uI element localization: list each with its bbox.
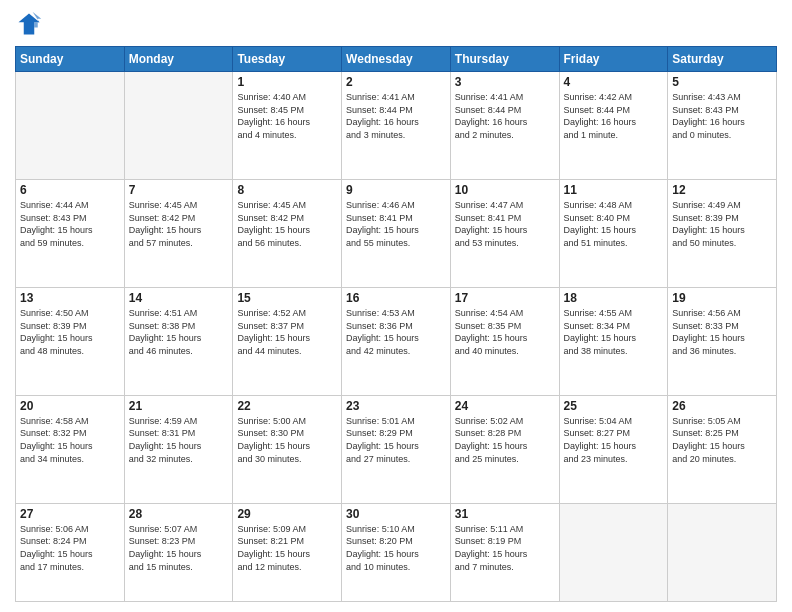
day-number: 5 bbox=[672, 75, 772, 89]
weekday-header-tuesday: Tuesday bbox=[233, 47, 342, 72]
calendar-cell: 18Sunrise: 4:55 AM Sunset: 8:34 PM Dayli… bbox=[559, 287, 668, 395]
weekday-header-row: SundayMondayTuesdayWednesdayThursdayFrid… bbox=[16, 47, 777, 72]
day-number: 27 bbox=[20, 507, 120, 521]
week-row-2: 6Sunrise: 4:44 AM Sunset: 8:43 PM Daylig… bbox=[16, 179, 777, 287]
weekday-header-wednesday: Wednesday bbox=[342, 47, 451, 72]
day-number: 21 bbox=[129, 399, 229, 413]
calendar-cell: 19Sunrise: 4:56 AM Sunset: 8:33 PM Dayli… bbox=[668, 287, 777, 395]
day-number: 13 bbox=[20, 291, 120, 305]
day-number: 10 bbox=[455, 183, 555, 197]
day-number: 4 bbox=[564, 75, 664, 89]
day-number: 7 bbox=[129, 183, 229, 197]
calendar-cell: 8Sunrise: 4:45 AM Sunset: 8:42 PM Daylig… bbox=[233, 179, 342, 287]
day-info: Sunrise: 4:48 AM Sunset: 8:40 PM Dayligh… bbox=[564, 199, 664, 249]
calendar-cell: 31Sunrise: 5:11 AM Sunset: 8:19 PM Dayli… bbox=[450, 503, 559, 601]
weekday-header-sunday: Sunday bbox=[16, 47, 125, 72]
logo-icon bbox=[15, 10, 43, 38]
calendar-cell: 1Sunrise: 4:40 AM Sunset: 8:45 PM Daylig… bbox=[233, 72, 342, 180]
calendar-cell: 3Sunrise: 4:41 AM Sunset: 8:44 PM Daylig… bbox=[450, 72, 559, 180]
day-number: 26 bbox=[672, 399, 772, 413]
logo bbox=[15, 10, 47, 38]
calendar-cell: 10Sunrise: 4:47 AM Sunset: 8:41 PM Dayli… bbox=[450, 179, 559, 287]
day-info: Sunrise: 4:44 AM Sunset: 8:43 PM Dayligh… bbox=[20, 199, 120, 249]
day-info: Sunrise: 4:43 AM Sunset: 8:43 PM Dayligh… bbox=[672, 91, 772, 141]
day-number: 25 bbox=[564, 399, 664, 413]
day-info: Sunrise: 4:59 AM Sunset: 8:31 PM Dayligh… bbox=[129, 415, 229, 465]
day-number: 1 bbox=[237, 75, 337, 89]
week-row-1: 1Sunrise: 4:40 AM Sunset: 8:45 PM Daylig… bbox=[16, 72, 777, 180]
day-info: Sunrise: 5:02 AM Sunset: 8:28 PM Dayligh… bbox=[455, 415, 555, 465]
day-info: Sunrise: 4:52 AM Sunset: 8:37 PM Dayligh… bbox=[237, 307, 337, 357]
week-row-3: 13Sunrise: 4:50 AM Sunset: 8:39 PM Dayli… bbox=[16, 287, 777, 395]
day-info: Sunrise: 5:07 AM Sunset: 8:23 PM Dayligh… bbox=[129, 523, 229, 573]
day-info: Sunrise: 4:49 AM Sunset: 8:39 PM Dayligh… bbox=[672, 199, 772, 249]
day-number: 12 bbox=[672, 183, 772, 197]
calendar-cell: 25Sunrise: 5:04 AM Sunset: 8:27 PM Dayli… bbox=[559, 395, 668, 503]
calendar-cell: 4Sunrise: 4:42 AM Sunset: 8:44 PM Daylig… bbox=[559, 72, 668, 180]
calendar-cell: 6Sunrise: 4:44 AM Sunset: 8:43 PM Daylig… bbox=[16, 179, 125, 287]
calendar-cell: 21Sunrise: 4:59 AM Sunset: 8:31 PM Dayli… bbox=[124, 395, 233, 503]
day-info: Sunrise: 4:58 AM Sunset: 8:32 PM Dayligh… bbox=[20, 415, 120, 465]
calendar-cell: 9Sunrise: 4:46 AM Sunset: 8:41 PM Daylig… bbox=[342, 179, 451, 287]
weekday-header-thursday: Thursday bbox=[450, 47, 559, 72]
day-info: Sunrise: 4:54 AM Sunset: 8:35 PM Dayligh… bbox=[455, 307, 555, 357]
calendar-cell: 27Sunrise: 5:06 AM Sunset: 8:24 PM Dayli… bbox=[16, 503, 125, 601]
day-info: Sunrise: 4:51 AM Sunset: 8:38 PM Dayligh… bbox=[129, 307, 229, 357]
day-info: Sunrise: 4:55 AM Sunset: 8:34 PM Dayligh… bbox=[564, 307, 664, 357]
day-info: Sunrise: 4:40 AM Sunset: 8:45 PM Dayligh… bbox=[237, 91, 337, 141]
day-number: 8 bbox=[237, 183, 337, 197]
header bbox=[15, 10, 777, 38]
week-row-4: 20Sunrise: 4:58 AM Sunset: 8:32 PM Dayli… bbox=[16, 395, 777, 503]
day-number: 18 bbox=[564, 291, 664, 305]
week-row-5: 27Sunrise: 5:06 AM Sunset: 8:24 PM Dayli… bbox=[16, 503, 777, 601]
day-number: 28 bbox=[129, 507, 229, 521]
calendar-cell: 12Sunrise: 4:49 AM Sunset: 8:39 PM Dayli… bbox=[668, 179, 777, 287]
calendar-cell: 11Sunrise: 4:48 AM Sunset: 8:40 PM Dayli… bbox=[559, 179, 668, 287]
day-info: Sunrise: 4:47 AM Sunset: 8:41 PM Dayligh… bbox=[455, 199, 555, 249]
calendar-cell: 17Sunrise: 4:54 AM Sunset: 8:35 PM Dayli… bbox=[450, 287, 559, 395]
day-number: 9 bbox=[346, 183, 446, 197]
day-info: Sunrise: 4:50 AM Sunset: 8:39 PM Dayligh… bbox=[20, 307, 120, 357]
day-info: Sunrise: 4:46 AM Sunset: 8:41 PM Dayligh… bbox=[346, 199, 446, 249]
calendar-cell: 28Sunrise: 5:07 AM Sunset: 8:23 PM Dayli… bbox=[124, 503, 233, 601]
calendar-cell bbox=[16, 72, 125, 180]
day-number: 6 bbox=[20, 183, 120, 197]
calendar-cell: 22Sunrise: 5:00 AM Sunset: 8:30 PM Dayli… bbox=[233, 395, 342, 503]
day-info: Sunrise: 4:42 AM Sunset: 8:44 PM Dayligh… bbox=[564, 91, 664, 141]
calendar-cell: 13Sunrise: 4:50 AM Sunset: 8:39 PM Dayli… bbox=[16, 287, 125, 395]
day-info: Sunrise: 4:56 AM Sunset: 8:33 PM Dayligh… bbox=[672, 307, 772, 357]
calendar-cell: 2Sunrise: 4:41 AM Sunset: 8:44 PM Daylig… bbox=[342, 72, 451, 180]
day-number: 20 bbox=[20, 399, 120, 413]
calendar-cell bbox=[124, 72, 233, 180]
day-info: Sunrise: 4:41 AM Sunset: 8:44 PM Dayligh… bbox=[346, 91, 446, 141]
calendar-cell: 24Sunrise: 5:02 AM Sunset: 8:28 PM Dayli… bbox=[450, 395, 559, 503]
day-info: Sunrise: 4:41 AM Sunset: 8:44 PM Dayligh… bbox=[455, 91, 555, 141]
calendar: SundayMondayTuesdayWednesdayThursdayFrid… bbox=[15, 46, 777, 602]
calendar-cell: 16Sunrise: 4:53 AM Sunset: 8:36 PM Dayli… bbox=[342, 287, 451, 395]
day-info: Sunrise: 4:45 AM Sunset: 8:42 PM Dayligh… bbox=[129, 199, 229, 249]
page: SundayMondayTuesdayWednesdayThursdayFrid… bbox=[0, 0, 792, 612]
day-info: Sunrise: 5:00 AM Sunset: 8:30 PM Dayligh… bbox=[237, 415, 337, 465]
day-number: 22 bbox=[237, 399, 337, 413]
day-info: Sunrise: 5:10 AM Sunset: 8:20 PM Dayligh… bbox=[346, 523, 446, 573]
calendar-cell: 5Sunrise: 4:43 AM Sunset: 8:43 PM Daylig… bbox=[668, 72, 777, 180]
day-info: Sunrise: 4:45 AM Sunset: 8:42 PM Dayligh… bbox=[237, 199, 337, 249]
day-info: Sunrise: 5:11 AM Sunset: 8:19 PM Dayligh… bbox=[455, 523, 555, 573]
day-number: 17 bbox=[455, 291, 555, 305]
day-info: Sunrise: 5:06 AM Sunset: 8:24 PM Dayligh… bbox=[20, 523, 120, 573]
calendar-cell: 26Sunrise: 5:05 AM Sunset: 8:25 PM Dayli… bbox=[668, 395, 777, 503]
calendar-cell: 29Sunrise: 5:09 AM Sunset: 8:21 PM Dayli… bbox=[233, 503, 342, 601]
calendar-cell: 20Sunrise: 4:58 AM Sunset: 8:32 PM Dayli… bbox=[16, 395, 125, 503]
day-info: Sunrise: 5:01 AM Sunset: 8:29 PM Dayligh… bbox=[346, 415, 446, 465]
calendar-cell: 30Sunrise: 5:10 AM Sunset: 8:20 PM Dayli… bbox=[342, 503, 451, 601]
day-number: 3 bbox=[455, 75, 555, 89]
day-number: 14 bbox=[129, 291, 229, 305]
day-number: 31 bbox=[455, 507, 555, 521]
weekday-header-monday: Monday bbox=[124, 47, 233, 72]
calendar-cell: 14Sunrise: 4:51 AM Sunset: 8:38 PM Dayli… bbox=[124, 287, 233, 395]
calendar-cell: 15Sunrise: 4:52 AM Sunset: 8:37 PM Dayli… bbox=[233, 287, 342, 395]
calendar-cell bbox=[668, 503, 777, 601]
calendar-cell bbox=[559, 503, 668, 601]
day-info: Sunrise: 5:04 AM Sunset: 8:27 PM Dayligh… bbox=[564, 415, 664, 465]
day-info: Sunrise: 5:09 AM Sunset: 8:21 PM Dayligh… bbox=[237, 523, 337, 573]
